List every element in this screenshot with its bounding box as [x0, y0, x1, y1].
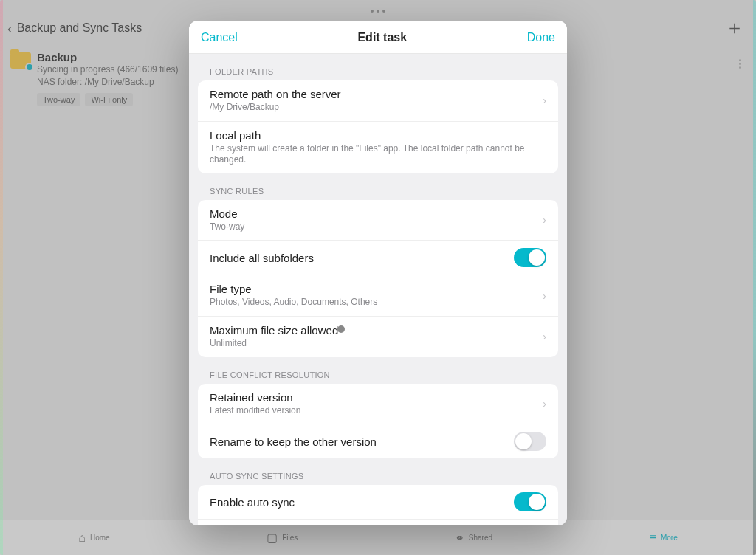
modal-header: Cancel Edit task Done: [189, 21, 567, 54]
row-rename-keep: Rename to keep the other version: [198, 424, 558, 458]
section-folder-paths: FOLDER PATHS: [198, 54, 558, 80]
modal-title: Edit task: [357, 31, 407, 44]
row-enable-auto-sync: Enable auto sync: [198, 485, 558, 519]
row-mode[interactable]: Mode Two-way ›: [198, 200, 558, 241]
chevron-right-icon: ›: [543, 214, 546, 226]
edit-task-modal: Cancel Edit task Done FOLDER PATHS Remot…: [189, 21, 567, 525]
toggle-enable-auto[interactable]: [514, 492, 546, 511]
edge-glow-left: [0, 0, 3, 555]
row-file-type[interactable]: File type Photos, Videos, Audio, Documen…: [198, 275, 558, 316]
section-conflict: FILE CONFLICT RESOLUTION: [198, 357, 558, 384]
cursor-dot-icon: [337, 325, 345, 333]
cancel-button[interactable]: Cancel: [201, 31, 238, 44]
row-include-subfolders: Include all subfolders: [198, 240, 558, 275]
chevron-right-icon: ›: [543, 94, 546, 106]
chevron-right-icon: ›: [543, 331, 546, 342]
toggle-include-subfolders[interactable]: [514, 248, 546, 267]
row-remote-path[interactable]: Remote path on the server /My Drive/Back…: [198, 80, 558, 121]
chevron-right-icon: ›: [543, 398, 546, 410]
row-wifi-only: Sync over Wi-Fi only: [198, 519, 558, 525]
edge-glow-right: [753, 0, 756, 555]
chevron-right-icon: ›: [543, 290, 546, 302]
row-local-path: Local path The system will create a fold…: [198, 121, 558, 173]
section-auto-sync: AUTO SYNC SETTINGS: [198, 458, 558, 485]
done-button[interactable]: Done: [527, 31, 555, 44]
row-max-size[interactable]: Maximum file size allowed Unlimited ›: [198, 316, 558, 357]
section-sync-rules: SYNC RULES: [198, 173, 558, 200]
row-retained-version[interactable]: Retained version Latest modified version…: [198, 384, 558, 424]
toggle-rename-keep[interactable]: [514, 432, 546, 451]
modal-body[interactable]: FOLDER PATHS Remote path on the server /…: [189, 54, 567, 525]
